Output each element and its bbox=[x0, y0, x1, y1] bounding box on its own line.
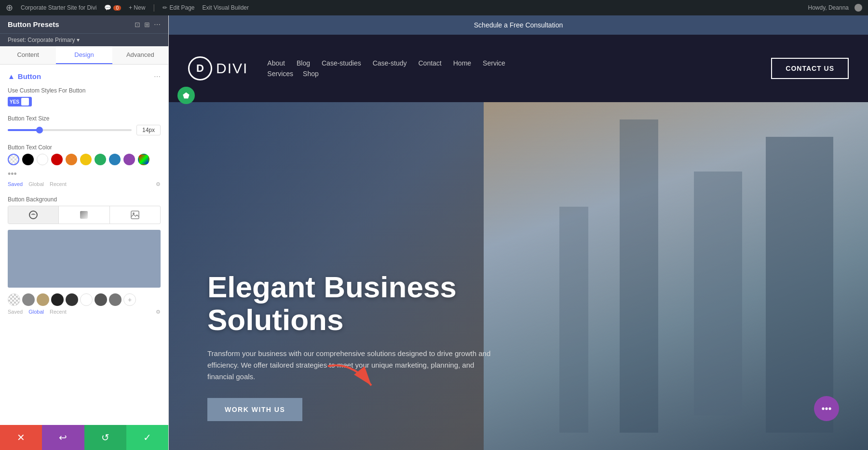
bottom-swatch-tan[interactable] bbox=[37, 293, 49, 306]
color-tab-saved[interactable]: Saved bbox=[8, 181, 23, 187]
nav-link-case-study[interactable]: Case-study bbox=[373, 59, 407, 67]
color-tab-recent[interactable]: Recent bbox=[50, 181, 67, 187]
bottom-swatch-light[interactable] bbox=[109, 293, 122, 306]
section-collapse-icon[interactable]: ▲ bbox=[8, 72, 15, 80]
save-button[interactable]: ✓ bbox=[126, 425, 168, 450]
toggle-knob bbox=[21, 98, 29, 106]
color-swatch-black[interactable] bbox=[22, 154, 34, 165]
redo-button[interactable]: ↺ bbox=[84, 425, 126, 450]
color-tab-gear-icon[interactable]: ⚙ bbox=[156, 181, 161, 187]
logo-letter: D bbox=[196, 62, 204, 75]
nav-link-home[interactable]: Home bbox=[453, 59, 471, 67]
website-preview: Schedule a Free Consultation ⬟ D DIVI Ab… bbox=[169, 15, 868, 450]
color-swatch-orange[interactable] bbox=[66, 154, 77, 165]
bottom-swatch-transparent[interactable] bbox=[8, 293, 20, 306]
bottom-swatch-white[interactable] bbox=[80, 293, 93, 306]
nav-link-case-studies[interactable]: Case-studies bbox=[322, 59, 361, 67]
edit-page-link[interactable]: ✏ Edit Page bbox=[163, 4, 194, 11]
custom-styles-field: Use Custom Styles For Button YES bbox=[8, 87, 161, 106]
section-menu-icon[interactable]: ⋯ bbox=[154, 73, 161, 80]
fab-button[interactable]: ••• bbox=[814, 396, 839, 421]
bottom-tab-saved[interactable]: Saved bbox=[8, 309, 23, 315]
logo-text: DIVI bbox=[216, 60, 248, 77]
panel-duplicate-icon[interactable]: ⊡ bbox=[135, 21, 140, 28]
bottom-swatch-gray[interactable] bbox=[22, 293, 35, 306]
tab-advanced[interactable]: Advanced bbox=[112, 46, 168, 64]
admin-bar-right: Howdy, Deanna bbox=[808, 4, 863, 12]
color-swatch-blue[interactable] bbox=[109, 154, 121, 165]
bottom-swatch-dark[interactable] bbox=[51, 293, 64, 306]
primary-nav-links: About Blog Case-studies Case-study Conta… bbox=[267, 59, 771, 67]
admin-bar-left: ⊕ Corporate Starter Site for Divi 💬 0 + … bbox=[6, 2, 800, 13]
color-swatch-transparent[interactable] bbox=[8, 154, 19, 165]
color-preview-box[interactable] bbox=[8, 230, 161, 288]
svg-rect-1 bbox=[80, 211, 88, 219]
bg-option-image[interactable] bbox=[110, 206, 160, 224]
color-swatch-red[interactable] bbox=[51, 154, 63, 165]
nav-link-about[interactable]: About bbox=[267, 59, 285, 67]
bottom-swatch-mid[interactable] bbox=[95, 293, 107, 306]
panel-preset[interactable]: Preset: Corporate Primary ▾ bbox=[0, 33, 168, 46]
exit-visual-builder[interactable]: Exit Visual Builder bbox=[203, 4, 249, 11]
color-swatch-green[interactable] bbox=[95, 154, 106, 165]
site-name[interactable]: Corporate Starter Site for Divi bbox=[21, 4, 96, 11]
notification-bar: Schedule a Free Consultation bbox=[169, 15, 868, 35]
color-swatch-purple[interactable] bbox=[123, 154, 135, 165]
divi-builder-icon[interactable]: ⬟ bbox=[177, 87, 195, 104]
bg-option-gradient[interactable] bbox=[59, 206, 109, 224]
tab-design[interactable]: Design bbox=[56, 46, 112, 64]
bottom-tab-recent[interactable]: Recent bbox=[50, 309, 67, 315]
text-size-field: Button Text Size 14px bbox=[8, 115, 161, 135]
button-section-header: ▲ Button ⋯ bbox=[8, 72, 161, 80]
section-title-text: Button bbox=[18, 72, 41, 80]
toggle-row: YES bbox=[8, 97, 161, 106]
wp-admin-bar: ⊕ Corporate Starter Site for Divi 💬 0 + … bbox=[0, 0, 868, 15]
panel-grid-icon[interactable]: ⊞ bbox=[144, 21, 150, 28]
add-swatch-button[interactable]: + bbox=[123, 293, 136, 306]
preset-chevron-icon: ▾ bbox=[77, 37, 80, 43]
panel-menu-icon[interactable]: ⋯ bbox=[154, 21, 161, 28]
text-size-value[interactable]: 14px bbox=[136, 125, 161, 135]
panel-tabs: Content Design Advanced bbox=[0, 46, 168, 65]
notification-text: Schedule a Free Consultation bbox=[474, 21, 563, 29]
building-4 bbox=[559, 207, 588, 433]
nav-link-shop[interactable]: Shop bbox=[303, 70, 319, 78]
bg-label: Button Background bbox=[8, 196, 161, 203]
secondary-nav-links: Services Shop bbox=[267, 70, 771, 78]
bg-field: Button Background bbox=[8, 196, 161, 315]
comments-link[interactable]: 💬 0 bbox=[104, 4, 121, 11]
nav-link-contact[interactable]: Contact bbox=[419, 59, 442, 67]
nav-link-service[interactable]: Service bbox=[483, 59, 505, 67]
slider-thumb[interactable] bbox=[36, 127, 43, 133]
color-swatch-white[interactable] bbox=[37, 154, 48, 165]
wp-logo-icon[interactable]: ⊕ bbox=[6, 2, 13, 13]
new-button[interactable]: + New bbox=[129, 4, 145, 11]
color-swatch-edit[interactable] bbox=[138, 154, 149, 165]
contact-us-button[interactable]: CONTACT US bbox=[771, 58, 849, 79]
toggle-label: Use Custom Styles For Button bbox=[8, 87, 161, 94]
panel-footer: ✕ ↩ ↺ ✓ bbox=[0, 425, 168, 450]
nav-link-blog[interactable]: Blog bbox=[297, 59, 310, 67]
preset-label: Preset: Corporate Primary bbox=[8, 37, 75, 43]
text-color-swatches bbox=[8, 154, 161, 165]
howdy-text: Howdy, Deanna bbox=[808, 4, 849, 11]
text-size-slider-track[interactable] bbox=[8, 129, 132, 131]
more-swatches-icon[interactable]: ••• bbox=[8, 169, 17, 179]
bottom-swatch-darkgray[interactable] bbox=[66, 293, 78, 306]
color-swatch-yellow[interactable] bbox=[80, 154, 92, 165]
bg-option-solid[interactable] bbox=[8, 206, 59, 224]
color-tab-global[interactable]: Global bbox=[28, 181, 44, 187]
building-1 bbox=[766, 137, 833, 433]
hero-cta-button[interactable]: WORK WITH US bbox=[207, 398, 302, 421]
custom-styles-toggle[interactable]: YES bbox=[8, 97, 32, 106]
tab-content[interactable]: Content bbox=[0, 46, 56, 64]
arrow-indicator bbox=[323, 357, 381, 397]
nav-link-services[interactable]: Services bbox=[267, 70, 293, 78]
logo-circle: D bbox=[188, 56, 212, 80]
bottom-gear-icon[interactable]: ⚙ bbox=[156, 309, 161, 315]
cancel-button[interactable]: ✕ bbox=[0, 425, 42, 450]
main-area: Button Presets ⊡ ⊞ ⋯ Preset: Corporate P… bbox=[0, 15, 868, 450]
undo-button[interactable]: ↩ bbox=[42, 425, 84, 450]
bottom-tab-global[interactable]: Global bbox=[28, 309, 44, 315]
hero-title: Elegant Business Solutions bbox=[207, 271, 545, 336]
